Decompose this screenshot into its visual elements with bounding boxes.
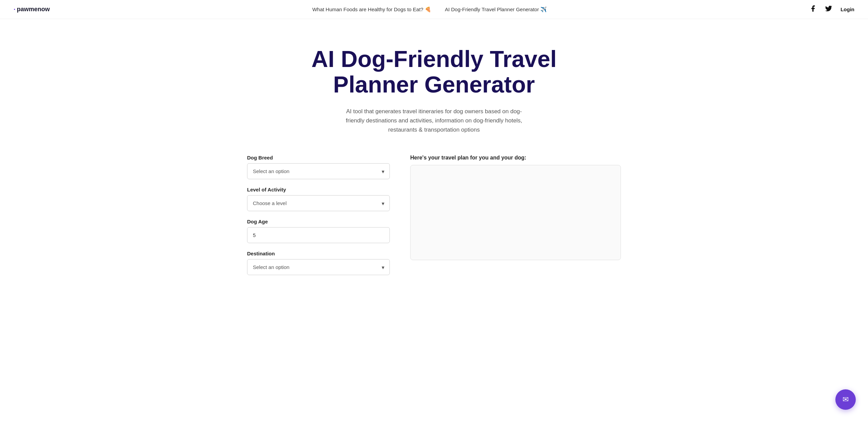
activity-label: Level of Activity (247, 187, 390, 192)
facebook-icon[interactable] (809, 5, 817, 14)
output-label: Here's your travel plan for you and your… (410, 155, 621, 161)
output-panel: Here's your travel plan for you and your… (410, 155, 621, 260)
dog-breed-select-wrapper: Select an option (247, 163, 390, 179)
destination-select[interactable]: Select an option (247, 259, 390, 275)
output-box (410, 165, 621, 260)
dog-breed-select[interactable]: Select an option (247, 163, 390, 179)
hero-title: AI Dog-Friendly Travel Planner Generator (288, 46, 580, 97)
dog-age-input[interactable] (247, 227, 390, 243)
activity-select-wrapper: Choose a level (247, 195, 390, 211)
dog-age-label: Dog Age (247, 219, 390, 224)
nav-travel[interactable]: AI Dog-Friendly Travel Planner Generator… (445, 6, 547, 13)
form-panel: Dog Breed Select an option Level of Acti… (247, 155, 390, 283)
hero-section: AI Dog-Friendly Travel Planner Generator… (281, 19, 587, 155)
destination-label: Destination (247, 251, 390, 256)
nav-foods[interactable]: What Human Foods are Healthy for Dogs to… (312, 6, 431, 13)
header-right: Login (809, 5, 854, 14)
dog-breed-label: Dog Breed (247, 155, 390, 161)
fab-button[interactable]: ✉ (835, 389, 856, 410)
hero-subtitle: AI tool that generates travel itinerarie… (342, 107, 526, 135)
dog-breed-group: Dog Breed Select an option (247, 155, 390, 179)
fab-email-icon: ✉ (843, 395, 849, 404)
destination-group: Destination Select an option (247, 251, 390, 275)
login-button[interactable]: Login (840, 6, 854, 12)
activity-group: Level of Activity Choose a level (247, 187, 390, 211)
main-nav: What Human Foods are Healthy for Dogs to… (312, 6, 547, 13)
main-content: Dog Breed Select an option Level of Acti… (213, 155, 655, 303)
activity-select[interactable]: Choose a level (247, 195, 390, 211)
logo-paw: · (14, 5, 16, 13)
site-logo[interactable]: ·pawmenow (14, 5, 50, 13)
destination-select-wrapper: Select an option (247, 259, 390, 275)
dog-age-group: Dog Age (247, 219, 390, 243)
twitter-icon[interactable] (825, 5, 832, 14)
